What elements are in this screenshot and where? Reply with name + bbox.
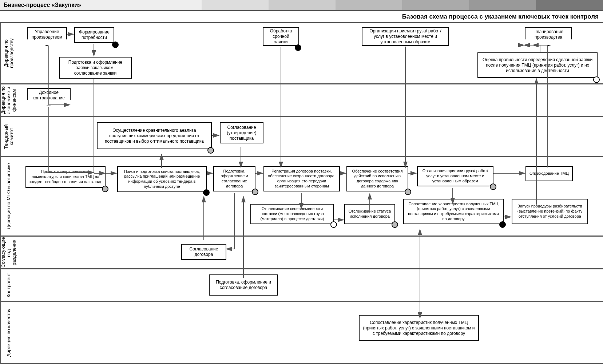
lane-label-economics: Дирекция по экономике и финансам — [0, 84, 16, 116]
node-initiate-claims: Запуск процедуры разбирательств (выставл… — [512, 199, 588, 224]
lane-label-tender: Тендерный комитет — [0, 117, 16, 156]
lane-label-approving: Согласующие под-разделения — [0, 237, 16, 268]
control-point-black — [295, 44, 301, 51]
node-capitalize-tmc: Оприходование ТМЦ — [525, 166, 573, 181]
lane-approving: Согласующие под-разделения Согласование … — [0, 237, 603, 269]
control-point-gray — [102, 186, 108, 192]
node-prepare-contract-counterparty: Подготовка, оформление и согласование до… — [209, 274, 278, 296]
node-approve-contract: Согласование договора — [181, 244, 226, 260]
node-prepare-contract: Подготовка, оформление и согласование до… — [213, 166, 255, 191]
node-ensure-compliance: Обеспечение соответствия действий по исп… — [346, 166, 408, 191]
control-point-black — [203, 189, 210, 196]
title-bar: Бизнес-процесс «Закупки» — [0, 0, 603, 11]
lane-counterparty: Контрагент Подготовка, оформление и согл… — [0, 269, 603, 302]
node-income-contracting: Доходное контрактование — [27, 88, 71, 106]
control-point-white — [593, 76, 600, 83]
control-point-gray — [252, 189, 258, 195]
node-evaluate-correctness: Оценка правильности определения сделанно… — [477, 52, 598, 78]
node-compare-quality: Сопоставление характеристик полученных Т… — [359, 315, 479, 341]
node-organize-receiving-1: Организация приемки груза/ работ/услуг в… — [362, 27, 449, 46]
lane-quality: Дирекция по качеству Сопоставление харак… — [0, 302, 603, 364]
title-gradient — [135, 0, 603, 10]
node-compare-characteristics: Сопоставление характеристик полученных Т… — [403, 199, 504, 224]
swimlanes: Дирекция по производству Управление прои… — [0, 23, 603, 364]
control-point-gray — [207, 147, 214, 154]
node-register-contract: Регистрация договора поставки, обеспечен… — [263, 166, 340, 191]
lane-production: Дирекция по производству Управление прои… — [0, 23, 603, 84]
node-track-status: Отслеживание статуса исполнения договора — [344, 204, 395, 224]
node-management: Управление производством — [27, 27, 67, 46]
node-organize-receiving-2: Организация приемки груза/ работ/услуг в… — [417, 166, 493, 186]
node-approve-supplier: Согласование (утверждение) поставщика — [220, 122, 263, 143]
node-prepare-request: Подготовка и оформление заявки заказчико… — [59, 57, 132, 79]
node-plan-production: Планирование производства — [525, 27, 572, 46]
process-title: Бизнес-процесс «Закупки» — [0, 0, 135, 10]
lane-tender: Тендерный комитет Осуществление сравните… — [0, 117, 603, 157]
lane-label-counterparty: Контрагент — [0, 269, 16, 301]
lane-mto: Дирекция по МТО и логистике Проверка зап… — [0, 157, 603, 237]
control-point-black — [499, 221, 506, 228]
process-subtitle: Базовая схема процесса с указанием ключе… — [0, 11, 603, 23]
control-point-gray — [490, 183, 496, 190]
node-urgent-request: Обработка срочной заявки — [263, 27, 299, 46]
control-point-gray — [392, 221, 398, 228]
node-supplier-search: Поиск и подготовка списка поставщиков, р… — [117, 166, 207, 192]
lane-economics: Дирекция по экономике и финансам Доходно… — [0, 84, 603, 117]
node-track-delivery: Отслеживание своевременности поставки (м… — [250, 204, 334, 224]
node-check-stock: Проверка запрашиваемых номенклатуры и ко… — [25, 166, 106, 188]
lane-label-quality: Дирекция по качеству — [0, 302, 16, 363]
control-point-black — [112, 41, 119, 48]
lane-label-production: Дирекция по производству — [0, 23, 16, 83]
control-point-gray — [405, 189, 411, 195]
node-form-need: Формирование потребности — [74, 27, 114, 43]
control-point-white — [330, 221, 337, 228]
lane-label-mto: Дирекция по МТО и логистике — [0, 157, 16, 236]
node-comparative-analysis: Осуществление сравнительного анализа пос… — [97, 122, 212, 149]
